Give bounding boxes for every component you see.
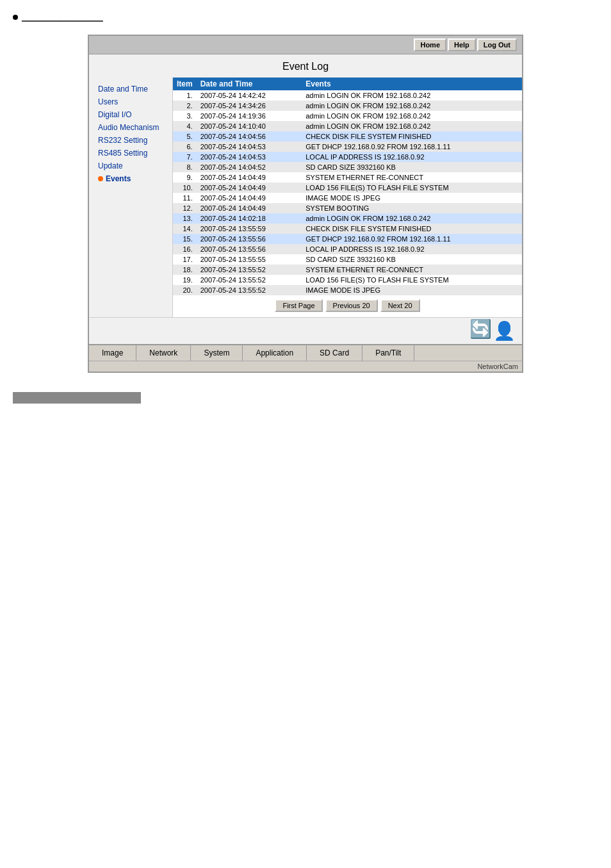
first-page-button[interactable]: First Page [275, 299, 322, 312]
cell-datetime: 2007-05-24 13:55:52 [197, 265, 302, 275]
cell-event: LOAD 156 FILE(S) TO FLASH FILE SYSTEM [302, 275, 522, 285]
table-row: 11.2007-05-24 14:04:49IMAGE MODE IS JPEG [173, 193, 522, 203]
cell-event: GET DHCP 192.168.0.92 FROM 192.168.1.11 [302, 142, 522, 152]
cell-event: admin LOGIN OK FROM 192.168.0.242 [302, 213, 522, 224]
cell-datetime: 2007-05-24 14:02:18 [197, 213, 302, 224]
cell-datetime: 2007-05-24 14:42:42 [197, 90, 302, 101]
cell-item-num: 1. [173, 90, 197, 101]
table-row: 1.2007-05-24 14:42:42admin LOGIN OK FROM… [173, 90, 522, 101]
pagination: First Page Previous 20 Next 20 [173, 295, 522, 317]
top-bar: Home Help Log Out [89, 36, 522, 54]
sidebar-label-rs485: RS485 Setting [98, 149, 147, 158]
main-panel: Home Help Log Out Event Log Date and Tim… [88, 35, 523, 373]
user-icon: 👤 [493, 320, 516, 341]
col-events: Events [302, 78, 522, 90]
table-row: 19.2007-05-24 13:55:52LOAD 156 FILE(S) T… [173, 275, 522, 285]
table-row: 3.2007-05-24 14:19:36admin LOGIN OK FROM… [173, 111, 522, 121]
cell-event: LOCAL IP ADDRESS IS 192.168.0.92 [302, 244, 522, 254]
sidebar-item-update[interactable]: Update [89, 160, 172, 172]
cell-item-num: 9. [173, 172, 197, 183]
table-row: 5.2007-05-24 14:04:56CHECK DISK FILE SYS… [173, 131, 522, 142]
table-row: 8.2007-05-24 14:04:52SD CARD SIZE 393216… [173, 162, 522, 172]
cell-datetime: 2007-05-24 14:04:53 [197, 152, 302, 162]
cell-datetime: 2007-05-24 13:55:52 [197, 275, 302, 285]
next-20-button[interactable]: Next 20 [380, 299, 420, 312]
logout-button[interactable]: Log Out [477, 38, 517, 51]
tab-sdcard-label: SD Card [320, 348, 349, 357]
cell-event: SD CARD SIZE 3932160 KB [302, 254, 522, 265]
tab-application-label: Application [256, 348, 293, 357]
cell-item-num: 7. [173, 152, 197, 162]
cell-datetime: 2007-05-24 14:04:49 [197, 203, 302, 213]
main-content: Item Date and Time Events 1.2007-05-24 1… [172, 78, 522, 317]
cell-event: LOCAL IP ADDRESS IS 192.168.0.92 [302, 152, 522, 162]
tab-network[interactable]: Network [136, 345, 191, 361]
sidebar-item-rs232[interactable]: RS232 Setting [89, 134, 172, 147]
cell-event: CHECK DISK FILE SYSTEM FINISHED [302, 131, 522, 142]
cell-item-num: 19. [173, 275, 197, 285]
table-row: 7.2007-05-24 14:04:53LOCAL IP ADDRESS IS… [173, 152, 522, 162]
sidebar-item-audio[interactable]: Audio Mechanism [89, 121, 172, 134]
tab-sdcard[interactable]: SD Card [307, 345, 363, 361]
cell-datetime: 2007-05-24 14:04:52 [197, 162, 302, 172]
tab-image-label: Image [102, 348, 123, 357]
sidebar-label-date-time: Date and Time [98, 85, 148, 94]
cell-datetime: 2007-05-24 13:55:59 [197, 224, 302, 234]
tab-pantilt[interactable]: Pan/Tilt [363, 345, 414, 361]
bullet-link: ___________________ [13, 13, 598, 22]
sidebar-item-digital-io[interactable]: Digital I/O [89, 108, 172, 121]
cell-datetime: 2007-05-24 14:10:40 [197, 121, 302, 131]
cell-datetime: 2007-05-24 14:04:53 [197, 142, 302, 152]
sidebar-label-users: Users [98, 97, 118, 106]
table-row: 17.2007-05-24 13:55:55SD CARD SIZE 39321… [173, 254, 522, 265]
home-button[interactable]: Home [414, 38, 446, 51]
sidebar-label-digital-io: Digital I/O [98, 110, 132, 119]
sidebar-label-update: Update [98, 161, 123, 170]
cell-item-num: 4. [173, 121, 197, 131]
cell-item-num: 20. [173, 285, 197, 295]
help-button[interactable]: Help [448, 38, 476, 51]
bullet-text: ___________________ [22, 13, 103, 22]
table-row: 9.2007-05-24 14:04:49SYSTEM ETHERNET RE-… [173, 172, 522, 183]
table-header-row: Item Date and Time Events [173, 78, 522, 90]
cell-event: SD CARD SIZE 3932160 KB [302, 162, 522, 172]
table-row: 12.2007-05-24 14:04:49SYSTEM BOOTING [173, 203, 522, 213]
sidebar-item-users[interactable]: Users [89, 95, 172, 108]
tab-system[interactable]: System [191, 345, 243, 361]
cell-item-num: 13. [173, 213, 197, 224]
table-row: 4.2007-05-24 14:10:40admin LOGIN OK FROM… [173, 121, 522, 131]
cell-item-num: 14. [173, 224, 197, 234]
event-table: Item Date and Time Events 1.2007-05-24 1… [173, 78, 522, 295]
active-dot-icon [98, 176, 103, 181]
sidebar-item-events[interactable]: Events [89, 172, 172, 185]
cell-item-num: 17. [173, 254, 197, 265]
cell-event: CHECK DISK FILE SYSTEM FINISHED [302, 224, 522, 234]
cell-datetime: 2007-05-24 14:19:36 [197, 111, 302, 121]
cell-item-num: 5. [173, 131, 197, 142]
cell-item-num: 10. [173, 183, 197, 193]
recycle-icon: 🔄 [469, 320, 492, 341]
cell-event: LOAD 156 FILE(S) TO FLASH FILE SYSTEM [302, 183, 522, 193]
cell-item-num: 8. [173, 162, 197, 172]
cell-item-num: 18. [173, 265, 197, 275]
tab-pantilt-label: Pan/Tilt [375, 348, 401, 357]
table-row: 10.2007-05-24 14:04:49LOAD 156 FILE(S) T… [173, 183, 522, 193]
sidebar-item-rs485[interactable]: RS485 Setting [89, 147, 172, 160]
table-row: 2.2007-05-24 14:34:26admin LOGIN OK FROM… [173, 101, 522, 111]
cell-event: admin LOGIN OK FROM 192.168.0.242 [302, 111, 522, 121]
previous-20-button[interactable]: Previous 20 [325, 299, 378, 312]
tab-image[interactable]: Image [89, 345, 136, 361]
col-datetime: Date and Time [197, 78, 302, 90]
tab-application[interactable]: Application [243, 345, 307, 361]
sidebar-item-date-time[interactable]: Date and Time [89, 83, 172, 95]
tab-bar: Image Network System Application SD Card… [89, 344, 522, 361]
cell-item-num: 6. [173, 142, 197, 152]
page-wrapper: ___________________ Home Help Log Out Ev… [0, 0, 611, 868]
cell-item-num: 11. [173, 193, 197, 203]
table-row: 6.2007-05-24 14:04:53GET DHCP 192.168.0.… [173, 142, 522, 152]
cell-item-num: 3. [173, 111, 197, 121]
cell-event: admin LOGIN OK FROM 192.168.0.242 [302, 101, 522, 111]
brand-text: NetworkCam [89, 361, 522, 372]
cell-item-num: 12. [173, 203, 197, 213]
content-area: Date and Time Users Digital I/O Audio Me… [89, 78, 522, 317]
